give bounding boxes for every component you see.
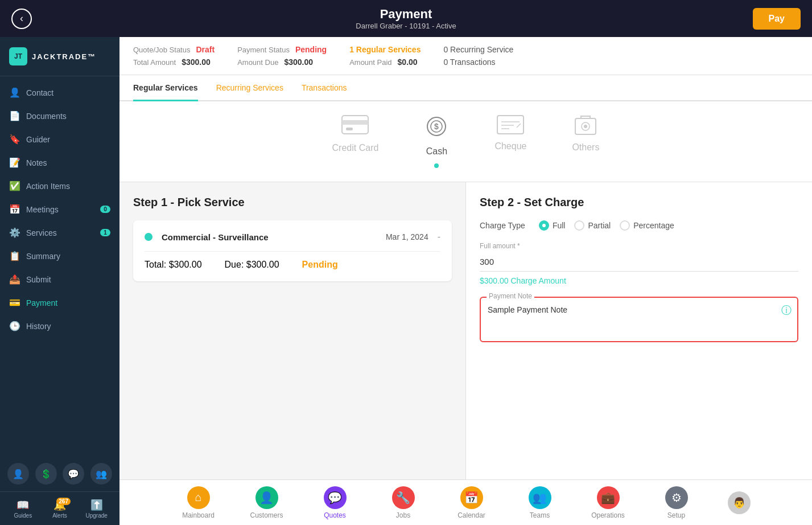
info-icon: ⓘ [781,303,792,317]
sidebar-item-history[interactable]: 🕒 History [0,314,119,338]
user-avatar[interactable]: 👨 [728,491,751,514]
alerts-badge: 267 [56,498,71,505]
radio-full[interactable]: Full [539,220,566,231]
bottom-nav-teams[interactable]: 👥 Teams [523,486,557,519]
service-total: Total: $300.00 [145,260,202,270]
customers-icon: 👤 [255,486,278,509]
bottom-nav: ⌂ Mainboard 👤 Customers 💬 Quotes 🔧 Jobs … [119,479,812,525]
payment-note-field[interactable]: Payment Note Sample Payment Note ⓘ [480,297,798,342]
service-date: Mar 1, 2024 [386,232,428,241]
charge-type-row: Charge Type Full Partial Percentage [480,220,798,231]
bottom-nav-operations[interactable]: 💼 Operations [591,486,625,519]
cheque-icon [497,115,524,137]
history-icon: 🕒 [9,321,19,331]
full-amount-field: Full amount * 300 $300.00 Charge Amount [480,242,798,285]
top-header: ‹ Payment Darrell Graber - 10191 - Activ… [0,0,812,37]
upgrade-label: Upgrade [85,512,107,519]
bottom-nav-mainboard[interactable]: ⌂ Mainboard [182,486,216,519]
contact-icon: 👤 [9,87,19,98]
step2-section: Step 2 - Set Charge Charge Type Full Par… [465,182,812,479]
quote-job-status-row: Quote/Job Status Draft [133,45,215,54]
sidebar-item-action-items[interactable]: ✅ Action Items [0,174,119,198]
svg-text:$: $ [434,122,439,131]
quotes-label: Quotes [324,511,346,519]
tab-regular-services[interactable]: Regular Services [133,75,198,100]
meetings-icon: 📅 [9,204,19,215]
pay-button[interactable]: Pay [753,8,801,30]
amount-paid-row: Amount Paid $0.00 [349,58,421,67]
radio-partial-label: Partial [588,221,611,230]
others-label: Others [572,142,599,153]
jobs-icon: 🔧 [392,486,415,509]
payment-note-wrapper: Payment Note Sample Payment Note ⓘ [480,297,798,342]
sidebar-logo: JT JACKTRADE™ [0,37,119,76]
sidebar-item-label: Summary [26,252,60,261]
bottom-nav-customers[interactable]: 👤 Customers [250,486,284,519]
amount-due-row: Amount Due $300.00 [237,58,327,67]
radio-percentage[interactable]: Percentage [620,220,674,231]
bottom-nav-setup[interactable]: ⚙ Setup [660,486,694,519]
upgrade-button[interactable]: ⬆️ Upgrade [86,498,108,519]
radio-percentage-label: Percentage [633,221,674,230]
sidebar: JT JACKTRADE™ 👤 Contact 📄 Documents 🔖 Gu… [0,37,119,525]
payment-method-credit-card[interactable]: Credit Card [332,115,379,168]
bottom-nav-jobs[interactable]: 🔧 Jobs [386,486,421,519]
total-amount-label: Total Amount [133,58,176,67]
guides-button[interactable]: 📖 Guides [12,498,34,519]
calendar-label: Calendar [457,511,485,519]
sidebar-item-guider[interactable]: 🔖 Guider [0,128,119,151]
teams-label: Teams [530,511,550,519]
back-button[interactable]: ‹ [11,9,32,29]
service-due: Due: $300.00 [225,260,279,270]
sidebar-item-payment[interactable]: 💳 Payment [0,291,119,314]
guider-icon: 🔖 [9,134,19,145]
payment-method-others[interactable]: Others [572,115,599,168]
operations-label: Operations [591,511,625,519]
recurring-service-label: 0 Recurring Service [443,45,513,54]
calendar-icon: 📅 [460,486,483,509]
header-title-block: Payment Darrell Graber - 10191 - Active [356,7,456,30]
payment-method-cheque[interactable]: Cheque [494,115,526,168]
sidebar-person-icon[interactable]: 👤 [7,463,29,485]
sidebar-item-documents[interactable]: 📄 Documents [0,104,119,128]
alerts-button[interactable]: 🔔 Alerts 267 [49,498,71,519]
sidebar-people-icon[interactable]: 👥 [90,463,112,485]
step1-section: Step 1 - Pick Service Commercial - Surve… [119,182,465,479]
tab-transactions[interactable]: Transactions [302,75,347,100]
status-left-col: Quote/Job Status Draft Total Amount $300… [133,45,215,67]
full-amount-value[interactable]: 300 [480,252,798,272]
tabs-bar: Regular Services Recurring Services Tran… [119,75,812,101]
amount-due-value: $300.00 [284,58,313,67]
bottom-nav-calendar[interactable]: 📅 Calendar [455,486,489,519]
sidebar-item-label: Payment [26,298,57,307]
setup-label: Setup [667,511,685,519]
svg-rect-1 [342,120,368,125]
service-active-dot [145,233,152,241]
service-status: Pending [302,260,338,270]
meetings-badge: 0 [100,206,110,213]
quote-job-status-label: Quote/Job Status [133,46,190,54]
sidebar-item-label: Services [26,228,57,237]
status-bar: Quote/Job Status Draft Total Amount $300… [119,37,812,75]
bottom-nav-quotes[interactable]: 💬 Quotes [318,486,352,519]
credit-card-label: Credit Card [332,143,379,153]
radio-partial[interactable]: Partial [574,220,611,231]
status-right-col1: 1 Regular Services Amount Paid $0.00 [349,45,421,67]
sidebar-item-meetings[interactable]: 📅 Meetings 0 [0,198,119,221]
tab-recurring-services[interactable]: Recurring Services [216,75,283,100]
others-icon [574,115,597,138]
sidebar-item-notes[interactable]: 📝 Notes [0,151,119,174]
sidebar-item-submit[interactable]: 📤 Submit [0,268,119,291]
sidebar-item-services[interactable]: ⚙️ Services 1 [0,221,119,244]
operations-icon: 💼 [597,486,620,509]
charge-type-label: Charge Type [480,221,525,230]
sidebar-item-summary[interactable]: 📋 Summary [0,244,119,268]
service-card: Commercial - Surveillance Mar 1, 2024 - … [133,220,452,281]
sidebar-item-contact[interactable]: 👤 Contact [0,81,119,104]
amount-due-label: Amount Due [237,58,278,67]
sidebar-item-label: History [26,322,51,331]
payment-method-cash[interactable]: $ Cash [424,115,449,168]
sidebar-chat-icon[interactable]: 💬 [63,463,84,485]
sidebar-dollar-icon[interactable]: 💲 [35,463,57,485]
radio-full-circle [539,220,549,231]
